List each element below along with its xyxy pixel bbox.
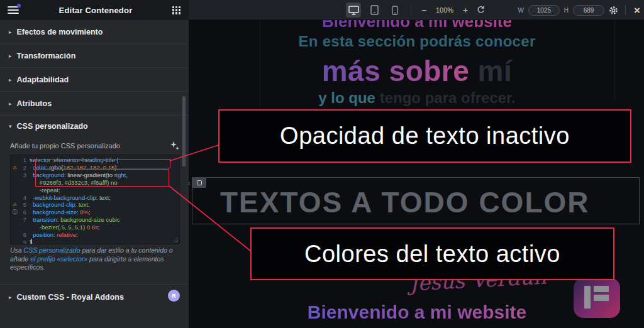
zoom-in-button[interactable]: + <box>461 6 470 14</box>
panel-title: Editar Contenedor <box>19 6 172 15</box>
code-text: transition: background-size cubic -bezie… <box>30 216 179 231</box>
hamburger-menu-icon[interactable] <box>8 6 19 14</box>
line-number: 4 <box>19 194 30 202</box>
gutter-spacer <box>11 172 19 194</box>
line-number: 2 <box>19 164 30 172</box>
panel-header: Editar Contenedor <box>0 0 189 20</box>
widgets-grid-icon[interactable] <box>172 6 180 14</box>
device-desktop-button[interactable] <box>346 3 361 18</box>
gutter-spacer <box>11 239 19 244</box>
code-line[interactable]: ⚠5 background-clip: text; <box>11 201 179 209</box>
code-text: color: rgba(182, 182, 182, 0.15); <box>30 164 179 172</box>
line-number: 3 <box>19 172 30 194</box>
custom-css-help-text: Usa CSS personalizado para dar estilo a … <box>10 246 180 272</box>
code-line[interactable]: 1▾selector .elementor-heading-title { <box>11 156 179 164</box>
section-custom-css[interactable]: ▾ CSS personalizado <box>0 116 189 137</box>
preview-toolbar: − 100% + W H × <box>189 0 644 20</box>
code-line[interactable]: ⓘ6 background-size: 0%; <box>11 209 179 216</box>
elementor-editor: Editar Contenedor ▸ Efectos de movimient… <box>0 0 644 328</box>
section-transform[interactable]: ▸ Transformación <box>0 44 189 68</box>
toolbar-divider <box>625 5 626 15</box>
line-number: 7 <box>19 216 30 231</box>
code-line[interactable]: 3 background: linear-gradient(to right, … <box>11 172 179 194</box>
code-line[interactable]: 7 transition: background-size cubic -bez… <box>11 216 179 231</box>
width-input[interactable] <box>528 5 560 16</box>
code-text: background-clip: text; <box>30 201 179 209</box>
container-icon <box>197 180 202 185</box>
code-text: selector .elementor-heading-title { <box>30 156 179 164</box>
heading-intro-line[interactable]: En esta sección podrás conocer <box>195 33 639 50</box>
line-number: 6 <box>19 209 30 216</box>
custom-css-field-label: Añade tu propio CSS personalizado <box>10 142 170 150</box>
code-line[interactable]: ⚠2 color: rgba(182, 182, 182, 0.15); <box>11 164 179 172</box>
code-text: background-size: 0%; <box>30 209 179 216</box>
heading-hero-title[interactable]: TEXTOS A TODO COLOR <box>220 185 589 219</box>
toolbar-divider <box>411 5 411 15</box>
zoom-out-button[interactable]: − <box>419 6 428 14</box>
ai-sparkle-icon[interactable] <box>170 141 180 151</box>
chevron-right-icon: ▸ <box>9 77 12 83</box>
close-icon[interactable]: × <box>634 5 640 16</box>
section-royal-addons[interactable]: ▸ Custom CSS - Royal Addons R <box>0 284 189 309</box>
text-cursor <box>31 239 32 244</box>
editor-resize-handle[interactable] <box>173 238 179 243</box>
panel-scrollbar[interactable] <box>182 96 186 167</box>
royal-addons-badge: R <box>168 290 180 302</box>
chevron-down-icon: ▾ <box>9 123 12 129</box>
info-icon: ⓘ <box>11 209 19 216</box>
zoom-level: 100% <box>434 6 455 14</box>
heading-intro-title[interactable]: Bienvenido a mi website <box>195 20 639 31</box>
height-input[interactable] <box>573 5 604 16</box>
line-number: 1▾ <box>19 156 30 164</box>
help-link[interactable]: el prefijo «selector» <box>30 255 87 263</box>
width-label: W <box>518 7 523 14</box>
heading-sub-line[interactable]: y lo que tengo para ofrecer. <box>195 89 639 107</box>
editor-panel: Editar Contenedor ▸ Efectos de movimient… <box>0 0 189 328</box>
signature-script[interactable]: Jesús Verdún <box>345 261 610 299</box>
chevron-right-icon: ▸ <box>9 29 12 35</box>
container-handle[interactable] <box>192 178 206 188</box>
elementor-logo[interactable] <box>574 278 620 318</box>
gutter-spacer <box>11 194 19 202</box>
css-code-editor[interactable]: 1▾selector .elementor-heading-title {⚠2 … <box>10 155 180 244</box>
code-line[interactable]: 9} <box>11 239 179 244</box>
code-text: position: relative; <box>30 231 179 239</box>
code-text: -webkit-background-clip: text; <box>30 194 179 202</box>
heading-footer-title[interactable]: Bienvenido a mi website <box>195 302 639 323</box>
section-attributes[interactable]: ▸ Atributos <box>0 92 189 116</box>
warning-icon: ⚠ <box>11 164 19 172</box>
gutter-spacer <box>11 231 19 239</box>
code-text: } <box>30 239 179 244</box>
device-mobile-button[interactable] <box>387 3 402 18</box>
settings-gear-icon[interactable] <box>609 6 618 15</box>
selected-container[interactable]: ‹ TEXTOS A TODO COLOR <box>192 177 640 224</box>
line-number: 5 <box>19 201 30 209</box>
device-tablet-button[interactable] <box>367 3 382 18</box>
chevron-right-icon: ▸ <box>9 53 12 59</box>
section-motion-effects[interactable]: ▸ Efectos de movimiento <box>0 20 189 44</box>
gutter-spacer <box>11 156 19 164</box>
notification-dot <box>17 4 21 8</box>
elementor-e-icon <box>584 286 609 309</box>
code-line[interactable]: 4 -webkit-background-clip: text; <box>11 194 179 202</box>
gutter-spacer <box>11 216 19 231</box>
line-number: 8 <box>19 231 30 239</box>
code-text: background: linear-gradient(to right, #9… <box>30 172 179 194</box>
heading-big-line[interactable]: más sobre mí <box>195 54 639 88</box>
code-line[interactable]: 8 position: relative; <box>11 231 179 239</box>
section-responsive[interactable]: ▸ Adaptabilidad <box>0 68 189 92</box>
chevron-left-icon[interactable]: ‹ <box>189 180 190 187</box>
reset-zoom-icon[interactable] <box>475 6 486 15</box>
help-link[interactable]: CSS personalizado <box>24 246 80 254</box>
preview-canvas[interactable]: Bienvenido a mi website En esta sección … <box>189 20 644 328</box>
warning-icon: ⚠ <box>11 201 19 209</box>
line-number: 9 <box>19 239 30 244</box>
chevron-right-icon: ▸ <box>9 101 12 107</box>
height-label: H <box>564 7 569 14</box>
chevron-right-icon: ▸ <box>9 294 12 300</box>
